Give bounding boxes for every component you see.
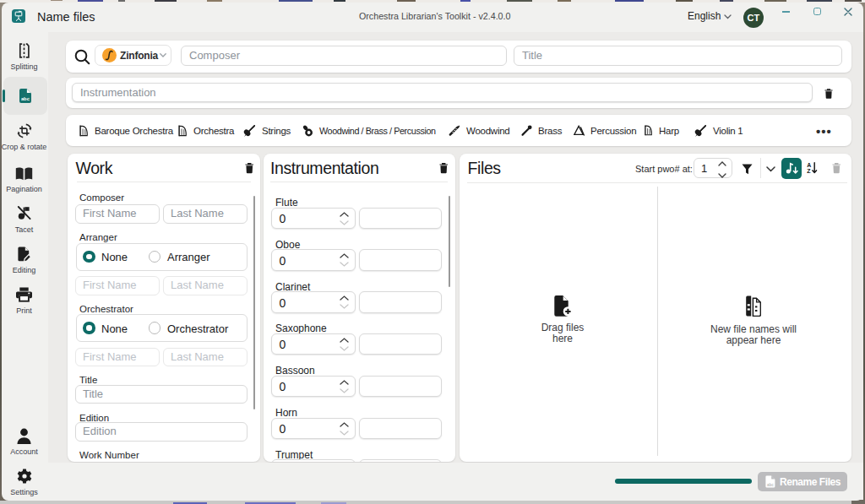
svg-text:A: A: [807, 162, 811, 168]
svg-text:abc: abc: [767, 483, 774, 487]
svg-text:Z: Z: [807, 168, 811, 174]
svg-text:abc: abc: [20, 96, 30, 101]
